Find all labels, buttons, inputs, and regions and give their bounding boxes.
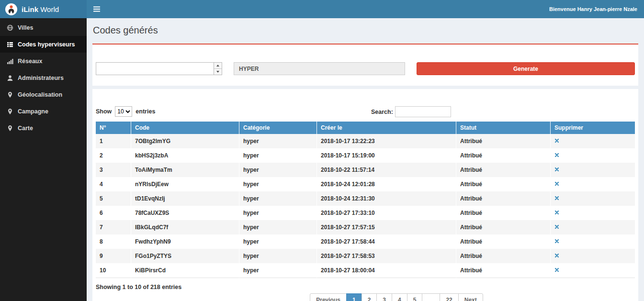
spinner-down-icon[interactable] (214, 69, 222, 75)
page-length-control: Show 10 entries (96, 106, 635, 117)
column-header[interactable]: Code (131, 122, 239, 134)
sidebar-item-carte[interactable]: Carte (0, 120, 87, 136)
column-header[interactable]: Statut (456, 122, 551, 134)
table-cell: KiBPirsrCd (131, 263, 239, 278)
quantity-field[interactable] (96, 63, 214, 75)
table-row: 4nYRlsDjEewhyper2018-10-24 12:01:28Attri… (96, 177, 635, 191)
quantity-spinner (214, 63, 222, 75)
sidebar-item-reseaux[interactable]: Réseaux (0, 53, 87, 69)
codes-table: N°CodeCatégorieCréer leStatutSupprimer 1… (96, 122, 635, 278)
search-input[interactable] (395, 106, 451, 117)
column-header[interactable]: Créer le (317, 122, 456, 134)
sidebar-item-codes-hyperviseurs[interactable]: Codes hyperviseurs (0, 36, 87, 53)
table-cell-delete (551, 148, 635, 163)
table-cell: hyper (239, 220, 317, 234)
table-cell: hyper (239, 234, 317, 249)
delete-x-icon[interactable] (554, 167, 559, 172)
pagination-page-4[interactable]: 4 (392, 293, 407, 301)
table-cell-delete (551, 206, 635, 220)
pagination-page-1[interactable]: 1 (346, 293, 362, 301)
pagination-previous[interactable]: Previous (310, 293, 347, 301)
codes-table-body: 17OBtg2lmYGhyper2018-10-17 13:22:23Attri… (96, 134, 635, 278)
table-cell: Attribué (456, 134, 551, 148)
sidebar: iLink World VillesCodes hyperviseursRése… (0, 0, 87, 301)
table-cell: tD1EvqNzIj (131, 191, 239, 206)
table-cell: hyper (239, 191, 317, 206)
sidebar-item-label: Réseaux (18, 58, 42, 65)
table-cell: 8 (96, 234, 131, 249)
table-row: 2kbHS2j3zbAhyper2018-10-17 15:19:00Attri… (96, 148, 635, 163)
table-cell: ToAiMymaTm (131, 163, 239, 177)
pagination-ellipsis: … (422, 293, 440, 301)
table-cell: hyper (239, 148, 317, 163)
delete-x-icon[interactable] (554, 153, 559, 157)
table-cell-delete (551, 177, 635, 191)
delete-x-icon[interactable] (554, 210, 559, 215)
sidebar-item-administrateurs[interactable]: Administrateurs (0, 69, 87, 86)
app-title: iLink World (22, 5, 59, 13)
table-cell: 2018-10-27 17:58:44 (317, 234, 456, 249)
column-header[interactable]: Supprimer (551, 122, 635, 134)
pagination-page-22[interactable]: 22 (440, 293, 458, 301)
sidebar-item-campagne[interactable]: Campagne (0, 103, 87, 120)
delete-x-icon[interactable] (554, 239, 559, 244)
table-cell: Attribué (456, 220, 551, 234)
column-header[interactable]: Catégorie (239, 122, 317, 134)
list-icon (7, 41, 13, 48)
delete-x-icon[interactable] (554, 268, 559, 272)
search-label: Search: (371, 109, 393, 115)
table-cell: 2018-10-27 18:00:04 (317, 263, 456, 278)
sidebar-item-geolocalisation[interactable]: Géolocalisation (0, 86, 87, 103)
pagination-page-5[interactable]: 5 (407, 293, 423, 301)
table-cell: 4 (96, 177, 131, 191)
table-cell: hyper (239, 163, 317, 177)
spinner-up-icon[interactable] (214, 63, 222, 69)
logo-bar[interactable]: iLink World (0, 0, 87, 18)
table-cell: nYRlsDjEew (131, 177, 239, 191)
table-cell: 2018-10-27 17:58:53 (317, 249, 456, 263)
app-logo-icon (5, 3, 18, 16)
table-cell: 2018-10-27 17:57:15 (317, 220, 456, 234)
map-marker-icon (7, 108, 13, 115)
sidebar-toggle-icon[interactable] (93, 6, 100, 12)
table-cell: hyper (239, 177, 317, 191)
sidebar-menu: VillesCodes hyperviseursRéseauxAdministr… (0, 18, 87, 136)
table-header-row: N°CodeCatégorieCréer leStatutSupprimer (96, 122, 635, 134)
table-cell: hyper (239, 134, 317, 148)
table-cell: 9 (96, 249, 131, 263)
delete-x-icon[interactable] (554, 224, 559, 229)
table-cell: hyper (239, 263, 317, 278)
sidebar-item-villes[interactable]: Villes (0, 19, 87, 36)
page-length-select[interactable]: 10 (115, 106, 132, 117)
pagination-page-3[interactable]: 3 (376, 293, 392, 301)
delete-x-icon[interactable] (554, 181, 559, 186)
table-row: 7IBkGLqdC7fhyper2018-10-27 17:57:15Attri… (96, 220, 635, 234)
table-row: 17OBtg2lmYGhyper2018-10-17 13:22:23Attri… (96, 134, 635, 148)
entries-label: entries (136, 108, 155, 115)
table-row: 678fCaUXZ9Shyper2018-10-27 17:33:10Attri… (96, 206, 635, 220)
pagination-page-2[interactable]: 2 (362, 293, 377, 301)
table-row: 5tD1EvqNzIjhyper2018-10-24 12:31:30Attri… (96, 191, 635, 206)
delete-x-icon[interactable] (554, 196, 559, 201)
table-cell: IBkGLqdC7f (131, 220, 239, 234)
pagination: Previous12345…22Next (310, 293, 483, 301)
delete-x-icon[interactable] (554, 138, 559, 143)
table-cell: FwdhzYphN9 (131, 234, 239, 249)
table-cell: Attribué (456, 234, 551, 249)
map-marker-icon (7, 91, 13, 98)
table-cell: 5 (96, 191, 131, 206)
table-cell: kbHS2j3zbA (131, 148, 239, 163)
quantity-input[interactable] (96, 62, 222, 75)
welcome-message[interactable]: Bienvenue Hanry Jean-pierre Nzale (549, 6, 637, 12)
pagination-next[interactable]: Next (458, 293, 483, 301)
search-control: Search: (371, 106, 451, 117)
delete-x-icon[interactable] (554, 253, 559, 258)
table-cell: 10 (96, 263, 131, 278)
main-content: Codes générés Generate Show 10 entries (87, 18, 644, 301)
table-cell: 2018-10-17 15:19:00 (317, 148, 456, 163)
table-cell: 7OBtg2lmYG (131, 134, 239, 148)
column-header[interactable]: N° (96, 122, 131, 134)
category-field (234, 62, 405, 75)
generate-button[interactable]: Generate (417, 62, 635, 75)
table-cell: FGo1PyZTYS (131, 249, 239, 263)
